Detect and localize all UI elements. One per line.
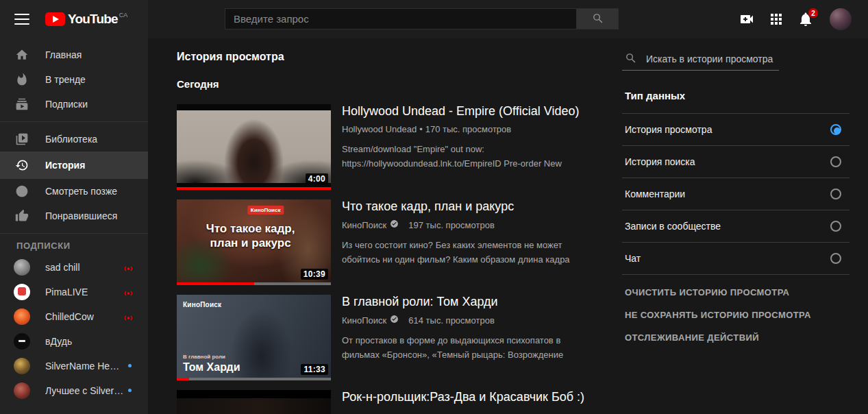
sidebar: Главная В тренде Подписки Библиотека — [0, 38, 148, 414]
video-row[interactable]: Рок-н-рольщик:Раз-Два и Красавчик Боб :) — [177, 390, 602, 414]
video-title[interactable]: В главной роли: Том Харди — [342, 293, 586, 310]
video-thumbnail[interactable] — [177, 390, 331, 414]
radio-button[interactable] — [830, 124, 841, 135]
subscriptions-icon — [15, 97, 29, 111]
channel-name[interactable]: Hollywood Undead — [342, 124, 417, 134]
channel-avatar — [14, 284, 30, 300]
subscription-channel[interactable]: вДудь — [0, 329, 148, 354]
library-icon — [15, 132, 29, 146]
history-icon — [15, 158, 29, 172]
option-chat[interactable]: Чат — [622, 243, 850, 275]
clock-icon — [15, 184, 29, 198]
video-description: Stream/download "Empire" out now: https:… — [342, 142, 586, 171]
video-title[interactable]: Hollywood Undead - Empire (Official Vide… — [342, 103, 586, 119]
new-content-dot — [128, 389, 132, 392]
data-type-title: Тип данных — [625, 90, 850, 101]
youtube-play-icon — [45, 12, 65, 26]
video-row[interactable]: КиноПоиск Что такое кадр, план и ракурс … — [177, 199, 602, 285]
sidebar-item-history[interactable]: История — [0, 151, 148, 179]
search-button[interactable] — [577, 8, 619, 29]
history-search-input[interactable] — [646, 53, 779, 64]
create-video-icon[interactable] — [739, 11, 755, 27]
watch-progress-bar — [177, 378, 331, 380]
search-icon — [592, 12, 604, 26]
history-section-label: Сегодня — [177, 78, 219, 90]
video-thumbnail[interactable]: КиноПоиск Что такое кадр, план и ракурс … — [177, 199, 331, 285]
duration-badge: 10:39 — [301, 269, 328, 280]
subscription-channel[interactable]: SilverName Hearth... — [0, 354, 148, 378]
video-description: Из чего состоит кино? Без каких элементо… — [342, 238, 586, 267]
video-row[interactable]: 4:00 Hollywood Undead - Empire (Official… — [177, 104, 602, 190]
sidebar-item-library[interactable]: Библиотека — [0, 127, 148, 151]
channel-name[interactable]: КиноПоиск — [342, 315, 386, 326]
history-search[interactable] — [622, 48, 779, 71]
sidebar-item-liked[interactable]: Понравившиеся — [0, 204, 148, 228]
watch-progress-bar — [177, 187, 331, 190]
channel-avatar — [14, 259, 30, 276]
channel-name: sad chill — [45, 262, 80, 273]
live-broadcast-icon — [123, 288, 134, 300]
account-avatar[interactable] — [830, 8, 852, 30]
video-row[interactable]: КиноПоиск В главной роли Том Харди 11:33… — [177, 295, 602, 380]
video-title[interactable]: Рок-н-рольщик:Раз-Два и Красавчик Боб :) — [342, 389, 586, 405]
apps-grid-icon[interactable] — [768, 11, 784, 27]
option-label: История поиска — [625, 156, 695, 167]
search-area — [225, 8, 619, 29]
subscription-channel[interactable]: Лучшее с SilverNa... — [0, 378, 148, 403]
thumbnail-caption: Что такое кадр, план и ракурс — [195, 221, 306, 250]
sidebar-item-home[interactable]: Главная — [0, 42, 148, 67]
menu-icon[interactable] — [14, 14, 29, 25]
history-video-list: 4:00 Hollywood Undead - Empire (Official… — [177, 104, 602, 414]
option-watch-history[interactable]: История просмотра — [622, 114, 850, 146]
sidebar-item-label: Подписки — [45, 99, 88, 110]
subscription-channel[interactable]: ChilledCow — [0, 304, 148, 329]
channel-name[interactable]: КиноПоиск — [342, 220, 386, 230]
meta-separator: • — [419, 124, 423, 134]
verified-badge-icon — [390, 315, 399, 326]
channel-avatar — [14, 382, 30, 399]
radio-button[interactable] — [830, 188, 841, 199]
video-thumbnail[interactable]: КиноПоиск В главной роли Том Харди 11:33 — [177, 295, 331, 380]
sidebar-item-trending[interactable]: В тренде — [0, 67, 148, 92]
radio-button[interactable] — [830, 221, 841, 232]
live-broadcast-icon — [123, 263, 134, 276]
notifications-bell-icon[interactable]: 2 — [797, 11, 814, 27]
youtube-logo[interactable]: YouTube CA — [45, 11, 127, 27]
activity-controls-button[interactable]: ОТСЛЕЖИВАНИЕ ДЕЙСТВИЙ — [622, 326, 850, 349]
sidebar-divider — [0, 233, 148, 234]
channel-avatar — [14, 333, 30, 350]
channel-name: PimaLIVE — [45, 287, 88, 297]
home-icon — [15, 48, 29, 62]
search-icon — [625, 52, 636, 66]
channel-name: ChilledCow — [45, 311, 94, 322]
verified-badge-icon — [390, 219, 399, 230]
pause-history-button[interactable]: НЕ СОХРАНЯТЬ ИСТОРИЮ ПРОСМОТРА — [622, 304, 850, 326]
video-title[interactable]: Что такое кадр, план и ракурс — [342, 198, 586, 215]
option-label: Записи в сообществе — [625, 221, 721, 232]
option-search-history[interactable]: История поиска — [622, 146, 850, 178]
sidebar-item-label: Библиотека — [45, 134, 97, 145]
thumbnail-logo-badge: КиноПоиск — [247, 206, 284, 215]
channel-avatar — [14, 358, 30, 374]
live-broadcast-icon — [123, 313, 134, 325]
option-comments[interactable]: Комментарии — [622, 178, 850, 210]
sidebar-item-label: Смотреть позже — [45, 186, 117, 197]
clear-history-button[interactable]: ОЧИСТИТЬ ИСТОРИЮ ПРОСМОТРА — [622, 281, 850, 304]
sidebar-item-subscriptions[interactable]: Подписки — [0, 92, 148, 117]
sidebar-item-watch-later[interactable]: Смотреть позже — [0, 179, 148, 204]
option-label: Комментарии — [625, 188, 685, 199]
radio-button[interactable] — [830, 156, 841, 167]
thumbnail-title: Том Харди — [183, 361, 240, 374]
video-thumbnail[interactable]: 4:00 — [177, 104, 331, 190]
subscription-channel[interactable]: sad chill — [0, 255, 148, 280]
thumbs-up-icon — [15, 209, 29, 223]
search-input[interactable] — [225, 8, 577, 29]
top-bar-left: YouTube CA — [0, 0, 148, 38]
thumbnail-logo: КиноПоиск — [183, 301, 221, 308]
thumbnail-subtitle: В главной роли — [183, 354, 225, 360]
top-bar: YouTube CA 2 — [0, 0, 868, 38]
youtube-logo-text: YouTube — [68, 11, 118, 27]
radio-button[interactable] — [830, 253, 841, 264]
option-community-posts[interactable]: Записи в сообществе — [622, 210, 850, 243]
subscription-channel[interactable]: PimaLIVE — [0, 280, 148, 304]
